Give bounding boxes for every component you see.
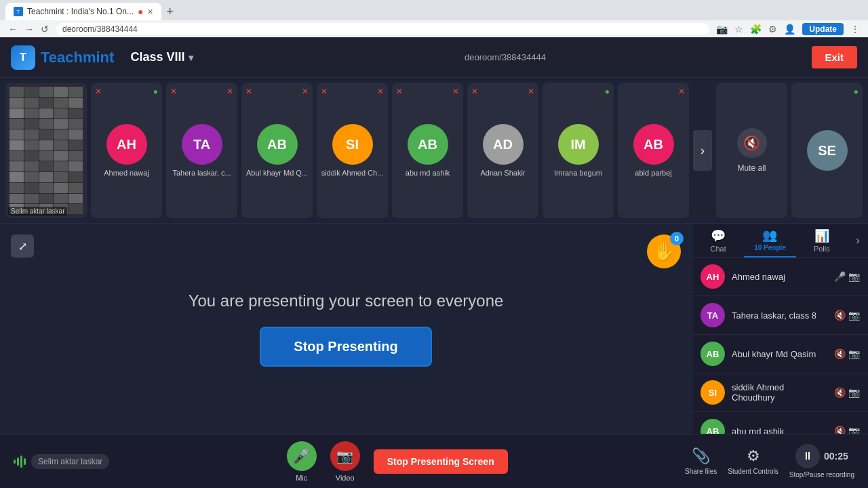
browser-tab[interactable]: T Teachmint : India's No.1 On... ● ×	[5, 3, 161, 20]
video-button[interactable]: 📷 Video	[330, 441, 360, 482]
nav-controls: ← → ↺	[8, 24, 49, 35]
person-avatar-3: SI	[701, 380, 725, 405]
participant-card-4[interactable]: ✕ AB abu md ashik ✕	[392, 83, 463, 218]
people-icon: 👥	[762, 228, 777, 243]
participant-card-3[interactable]: ✕ SI siddik Ahmed Ch... ✕	[317, 83, 388, 218]
cam-off-icon-1[interactable]: 📷	[848, 310, 860, 321]
participant-badge-off-5: ✕	[528, 87, 534, 96]
settings-icon[interactable]: ⚙	[768, 24, 777, 35]
add-tab-btn[interactable]: +	[161, 3, 179, 20]
chat-label: Chat	[711, 245, 726, 253]
stop-screen-button[interactable]: Stop Presenting Screen	[374, 449, 508, 474]
class-selector[interactable]: Class VIII ▾	[125, 47, 199, 67]
profile-icon[interactable]: 👤	[784, 24, 795, 35]
participant-card-5[interactable]: ✕ AD Adnan Shakir ✕	[467, 83, 538, 218]
participant-avatar-4: AB	[408, 124, 448, 165]
mic-button[interactable]: 🎤 Mic	[287, 441, 317, 482]
panel-tabs: 💬 Chat 👥 10 People 📊 Polls ›	[692, 224, 868, 258]
mute-all-card[interactable]: 🔇 Mute all	[716, 83, 787, 218]
cam-off-icon-2[interactable]: 📷	[848, 348, 860, 359]
tab-polls[interactable]: 📊 Polls	[796, 224, 848, 258]
participant-badge-off-7: ✕	[678, 87, 685, 96]
cam-off-icon-0[interactable]: 📷	[848, 271, 860, 282]
stop-presenting-button[interactable]: Stop Presenting	[260, 327, 431, 367]
tab-chat[interactable]: 💬 Chat	[692, 224, 744, 258]
recording-controls: ⏸ 00:25	[795, 444, 848, 468]
cam-off-icon-3[interactable]: 📷	[848, 387, 860, 398]
participant-name-5: Adnan Shakir	[477, 169, 528, 177]
person-name-2: Abul khayr Md Qasim	[732, 349, 827, 359]
person-item-0[interactable]: AH Ahmed nawaj 🎤 📷	[692, 258, 868, 296]
mic-on-icon-0[interactable]: 🎤	[834, 271, 846, 282]
mic-off-icon-4[interactable]: 🔇	[834, 426, 846, 434]
mic-off-icon-2[interactable]: 🔇	[834, 348, 846, 359]
exit-button[interactable]: Exit	[812, 46, 858, 68]
tab-title: Teachmint : India's No.1 On...	[27, 7, 134, 16]
mic-off-icon-3[interactable]: 🔇	[834, 387, 846, 398]
student-controls-button[interactable]: ⚙ Student Controls	[728, 447, 778, 475]
mic-off-icon-1[interactable]: 🔇	[834, 310, 846, 321]
mic-bar-2	[17, 458, 19, 466]
panel-collapse-btn[interactable]: ›	[848, 224, 868, 258]
back-icon[interactable]: ←	[8, 24, 18, 35]
person-item-2[interactable]: AB Abul khayr Md Qasim 🔇 📷	[692, 335, 868, 373]
expand-button[interactable]: ⤢	[11, 235, 34, 258]
more-icon[interactable]: ⋮	[850, 24, 860, 35]
controls-label: Student Controls	[728, 468, 778, 475]
participant-card-1[interactable]: ✕ TA Tahera laskar, c... ✕	[166, 83, 237, 218]
cam-off-icon-4[interactable]: 📷	[848, 426, 860, 434]
mic-bar-4	[24, 458, 26, 465]
logo-icon: T	[11, 45, 35, 70]
tab-people[interactable]: 👥 10 People	[744, 224, 795, 258]
forward-icon[interactable]: →	[24, 24, 34, 35]
bookmark-icon[interactable]: ☆	[734, 24, 743, 35]
chevron-down-icon: ▾	[189, 52, 193, 63]
participant-name-1: Tahera laskar, c...	[170, 169, 233, 177]
recording-button[interactable]: ⏸ 00:25 Stop/Pause recording	[789, 444, 854, 479]
participant-avatar-3: SI	[332, 124, 373, 165]
participant-badge-off: ✕	[226, 87, 233, 96]
person-item-4[interactable]: AB abu md ashik 🔇 📷	[692, 412, 868, 434]
presenting-message: You are presenting your screen to everyo…	[189, 291, 504, 310]
toolbar-left: Selim aktar laskar	[14, 454, 109, 469]
browser-action-icons: 📷 ☆ 🧩 ⚙ 👤 Update ⋮	[716, 23, 860, 35]
tab-favicon: T	[14, 7, 23, 16]
person-actions-1: 🔇 📷	[834, 310, 860, 321]
bottom-toolbar: Selim aktar laskar 🎤 Mic 📷 Video Stop Pr…	[0, 434, 868, 488]
mic-icon-btn: 🎤	[287, 441, 317, 471]
participant-cam-off-1: ✕	[170, 87, 177, 96]
participant-card-se[interactable]: ● SE	[791, 83, 863, 218]
address-url[interactable]: deoroom/388434444	[56, 23, 709, 35]
extension-icon[interactable]: 🧩	[750, 24, 762, 35]
participant-badge-off-4: ✕	[452, 87, 459, 96]
content-area: ⤢ ✋ 0 You are presenting your screen to …	[0, 224, 692, 434]
person-item-1[interactable]: TA Tahera laskar, class 8 🔇 📷	[692, 296, 868, 335]
strip-next-btn[interactable]: ›	[693, 130, 712, 171]
participant-card-6[interactable]: ● IM Imrana begum	[542, 83, 614, 218]
hand-count-badge: 0	[670, 232, 684, 245]
participant-badge-off-2: ✕	[302, 87, 309, 96]
participant-card-7[interactable]: ✕ AB abid parbej	[618, 83, 689, 218]
mic-bar-1	[14, 460, 16, 464]
tab-close-icon[interactable]: ●	[138, 6, 143, 17]
logo-text: Teachmint	[41, 49, 114, 66]
participant-card-screen[interactable]: Selim aktar laskar	[5, 83, 87, 218]
participant-card-0[interactable]: ● AH Ahmed nawaj ✕	[91, 83, 162, 218]
update-button[interactable]: Update	[802, 23, 844, 35]
refresh-icon[interactable]: ↺	[41, 24, 49, 35]
header-url-display: deoroom/388434444	[465, 52, 546, 62]
tab-close-btn[interactable]: ×	[148, 6, 153, 17]
screen-content	[5, 83, 87, 218]
camera-icon[interactable]: 📷	[716, 24, 728, 35]
class-name: Class VIII	[130, 50, 184, 64]
app-logo: T Teachmint	[11, 45, 114, 70]
mute-all-label: Mute all	[737, 163, 766, 173]
hand-raise-badge[interactable]: ✋ 0	[647, 235, 681, 268]
person-item-3[interactable]: SI siddik Ahmed Choudhury 🔇 📷	[692, 373, 868, 412]
participant-name-2: Abul khayr Md Q...	[243, 169, 311, 177]
participant-avatar: AH	[106, 124, 147, 165]
local-user-label: Selim aktar laskar	[31, 454, 109, 469]
participant-avatar-1: TA	[182, 124, 222, 165]
participant-card-2[interactable]: ✕ AB Abul khayr Md Q... ✕	[241, 83, 313, 218]
share-files-button[interactable]: 📎 Share files	[685, 447, 717, 475]
